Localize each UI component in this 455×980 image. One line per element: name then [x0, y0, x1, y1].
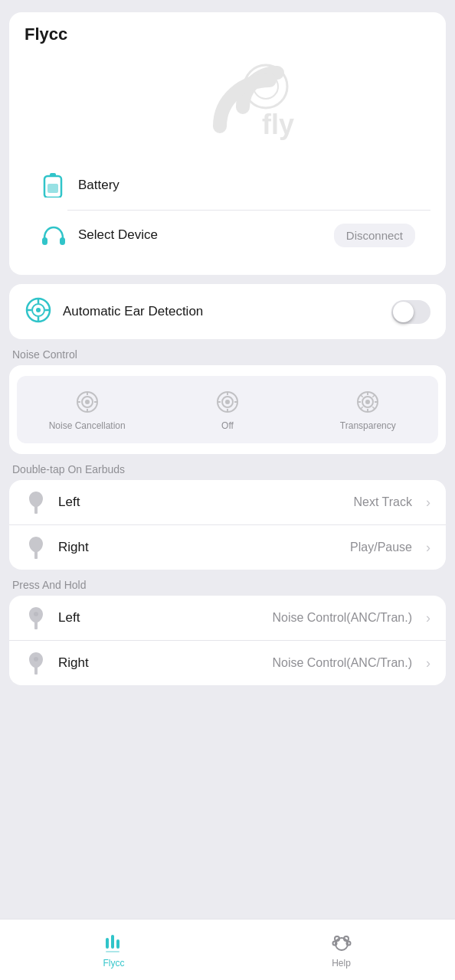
- svg-line-36: [361, 395, 363, 397]
- svg-point-10: [36, 308, 41, 312]
- svg-rect-6: [42, 237, 47, 245]
- svg-rect-5: [47, 184, 58, 193]
- svg-rect-45: [106, 951, 119, 952]
- svg-point-49: [332, 941, 336, 945]
- svg-point-41: [34, 657, 38, 662]
- svg-point-31: [365, 400, 370, 404]
- svg-text:fly: fly: [262, 109, 294, 140]
- noise-option-off[interactable]: Off: [157, 382, 297, 437]
- app-title: Flycc: [25, 24, 430, 44]
- double-tap-section: Double-tap On Earbuds Left Next Track ›: [9, 463, 446, 570]
- svg-line-37: [373, 395, 375, 397]
- aed-card: Automatic Ear Detection: [9, 284, 446, 339]
- svg-line-39: [373, 407, 375, 409]
- svg-point-17: [85, 400, 90, 404]
- nav-flycc-label: Flycc: [103, 958, 125, 969]
- svg-rect-43: [111, 935, 114, 949]
- earbud-left-icon: [25, 491, 47, 514]
- press-hold-right-earbud-icon: [25, 652, 47, 675]
- noise-options-group: Noise Cancellation: [17, 376, 438, 443]
- nav-flycc[interactable]: Flycc: [0, 926, 228, 975]
- press-hold-left-value: Noise Control(ANC/Tran.): [272, 611, 412, 625]
- double-tap-right-label: Right: [58, 540, 339, 555]
- svg-point-50: [346, 941, 350, 945]
- double-tap-section-label: Double-tap On Earbuds: [9, 463, 446, 480]
- svg-point-24: [225, 400, 230, 404]
- press-hold-left-label: Left: [58, 610, 261, 626]
- aed-icon: [25, 296, 52, 327]
- svg-rect-7: [60, 237, 65, 245]
- bottom-nav: Flycc Help: [0, 919, 455, 980]
- anc-label: Noise Cancellation: [49, 420, 126, 431]
- chevron-right-icon-2: ›: [426, 540, 430, 556]
- noise-control-section: Noise Control N: [9, 348, 446, 454]
- press-hold-section-label: Press And Hold: [9, 579, 446, 596]
- headphones-icon: [40, 221, 67, 249]
- press-hold-section: Press And Hold Left Noise Control(ANC/Tr…: [9, 579, 446, 685]
- aed-label: Automatic Ear Detection: [63, 304, 381, 319]
- transparency-label: Transparency: [340, 420, 396, 431]
- aed-row: Automatic Ear Detection: [9, 284, 446, 339]
- nav-help[interactable]: Help: [228, 926, 455, 975]
- double-tap-right-row[interactable]: Right Play/Pause ›: [9, 525, 446, 570]
- noise-control-card: Noise Cancellation: [9, 365, 446, 454]
- svg-rect-44: [116, 939, 119, 949]
- double-tap-left-value: Next Track: [354, 495, 412, 509]
- press-hold-card: Left Noise Control(ANC/Tran.) › Right No…: [9, 596, 446, 685]
- device-card: Flycc fly Battery: [9, 12, 446, 275]
- help-nav-icon: [330, 932, 353, 955]
- select-device-row[interactable]: Select Device Disconnect: [25, 211, 430, 260]
- svg-point-48: [344, 936, 349, 941]
- transparency-icon: [354, 388, 381, 416]
- double-tap-right-value: Play/Pause: [350, 541, 412, 554]
- svg-rect-42: [106, 938, 109, 949]
- earbud-right-icon: [25, 536, 47, 559]
- svg-point-40: [34, 612, 38, 616]
- noise-option-transparency[interactable]: Transparency: [298, 382, 438, 437]
- chevron-right-icon-3: ›: [426, 610, 430, 626]
- nav-help-label: Help: [332, 958, 351, 969]
- select-device-label: Select Device: [78, 227, 323, 243]
- press-hold-right-row[interactable]: Right Noise Control(ANC/Tran.) ›: [9, 641, 446, 685]
- battery-label: Battery: [78, 178, 415, 193]
- double-tap-left-label: Left: [58, 495, 343, 510]
- svg-rect-4: [50, 173, 56, 177]
- noise-option-anc[interactable]: Noise Cancellation: [17, 382, 157, 437]
- battery-icon: [40, 172, 67, 199]
- press-hold-right-value: Noise Control(ANC/Tran.): [272, 656, 412, 670]
- double-tap-left-row[interactable]: Left Next Track ›: [9, 480, 446, 525]
- noise-control-section-label: Noise Control: [9, 348, 446, 365]
- off-icon: [214, 388, 241, 416]
- aed-toggle[interactable]: [391, 300, 430, 324]
- logo-area: fly: [25, 54, 430, 161]
- press-hold-left-row[interactable]: Left Noise Control(ANC/Tran.) ›: [9, 596, 446, 641]
- press-hold-left-earbud-icon: [25, 606, 47, 629]
- double-tap-card: Left Next Track › Right Play/Pause ›: [9, 480, 446, 570]
- svg-line-38: [361, 407, 363, 409]
- chevron-right-icon-4: ›: [426, 655, 430, 671]
- svg-point-47: [335, 936, 339, 941]
- chevron-right-icon: ›: [426, 495, 430, 511]
- brand-logo: fly: [143, 57, 312, 157]
- disconnect-button[interactable]: Disconnect: [334, 224, 415, 247]
- svg-point-46: [336, 938, 348, 950]
- flycc-nav-icon: [103, 932, 126, 955]
- anc-icon: [74, 388, 101, 416]
- press-hold-right-label: Right: [58, 655, 261, 671]
- battery-row: Battery: [25, 161, 430, 210]
- off-label: Off: [221, 420, 234, 431]
